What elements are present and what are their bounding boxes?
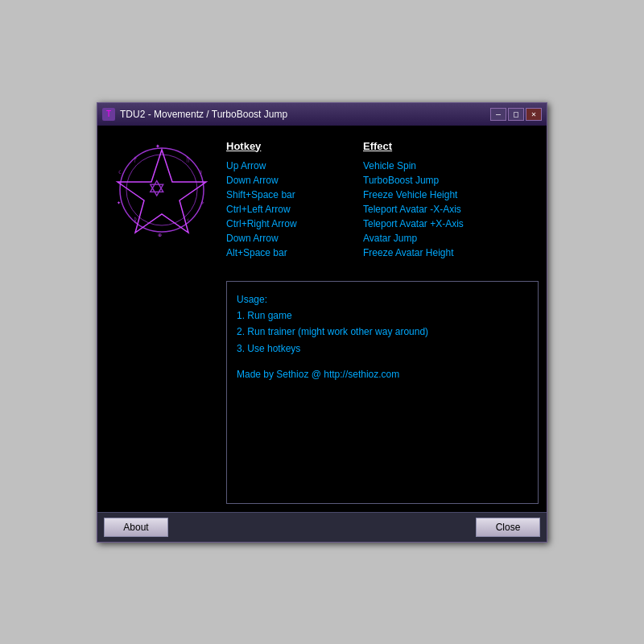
- effect-7: Freeze Avatar Height: [363, 247, 454, 258]
- effect-column-header: Effect: [363, 140, 392, 152]
- content-area: ✦ ☽ ✧ ⊕ ✦ ☾ ✡ ᚠ ᚢ ᚱ ᚲ Hotkey Effect: [97, 126, 547, 512]
- svg-text:✧: ✧: [200, 200, 204, 205]
- table-row: Ctrl+Right Arrow Teleport Avatar +X-Axis: [226, 218, 539, 229]
- footer: About Close: [97, 512, 547, 542]
- hotkey-column-header: Hotkey: [226, 140, 363, 152]
- table-header: Hotkey Effect: [226, 140, 539, 152]
- maximize-button[interactable]: □: [508, 108, 524, 121]
- svg-text:ᚠ: ᚠ: [134, 156, 138, 163]
- usage-step-2: 2. Run trainer (might work other way aro…: [237, 326, 428, 337]
- table-row: Alt+Space bar Freeze Avatar Height: [226, 247, 539, 258]
- svg-text:☾: ☾: [118, 170, 122, 175]
- svg-text:✦: ✦: [117, 200, 121, 205]
- hotkey-6: Down Arrow: [226, 233, 363, 244]
- usage-text: Usage: 1. Run game 2. Run trainer (might…: [237, 291, 528, 383]
- close-title-button[interactable]: ✕: [526, 108, 542, 121]
- usage-box: Usage: 1. Run game 2. Run trainer (might…: [226, 281, 539, 504]
- hotkey-table: Hotkey Effect Up Arrow Vehicle Spin Down…: [226, 134, 539, 268]
- usage-step-3: 3. Use hotkeys: [237, 343, 300, 354]
- table-row: Down Arrow Avatar Jump: [226, 233, 539, 244]
- main-window: T TDU2 - Movementz / TurboBoost Jump — □…: [97, 102, 547, 543]
- title-bar: T TDU2 - Movementz / TurboBoost Jump — □…: [97, 103, 547, 126]
- svg-text:✡: ✡: [147, 176, 166, 201]
- about-button[interactable]: About: [104, 518, 168, 537]
- svg-text:ᚱ: ᚱ: [134, 217, 138, 224]
- hotkey-4: Ctrl+Left Arrow: [226, 204, 363, 215]
- table-row: Shift+Space bar Freeze Vehicle Height: [226, 189, 539, 200]
- hotkey-3: Shift+Space bar: [226, 189, 363, 200]
- close-button[interactable]: Close: [476, 518, 540, 537]
- app-icon: T: [102, 108, 115, 121]
- credits-text: Made by Sethioz @ http://sethioz.com: [237, 366, 528, 382]
- svg-text:ᚢ: ᚢ: [186, 156, 190, 163]
- logo-panel: ✦ ☽ ✧ ⊕ ✦ ☾ ✡ ᚠ ᚢ ᚱ ᚲ: [105, 134, 218, 504]
- usage-step-1: 1. Run game: [237, 310, 292, 321]
- effect-3: Freeze Vehicle Height: [363, 189, 457, 200]
- main-panel: Hotkey Effect Up Arrow Vehicle Spin Down…: [226, 134, 539, 504]
- title-bar-buttons: — □ ✕: [490, 108, 542, 121]
- effect-1: Vehicle Spin: [363, 160, 416, 171]
- minimize-button[interactable]: —: [490, 108, 506, 121]
- hotkey-2: Down Arrow: [226, 175, 363, 186]
- effect-6: Avatar Jump: [363, 233, 417, 244]
- usage-title: Usage:: [237, 294, 267, 305]
- hotkey-5: Ctrl+Right Arrow: [226, 218, 363, 229]
- svg-text:ᚲ: ᚲ: [186, 217, 190, 224]
- effect-5: Teleport Avatar +X-Axis: [363, 218, 464, 229]
- table-row: Down Arrow TurboBoost Jump: [226, 175, 539, 186]
- table-row: Ctrl+Left Arrow Teleport Avatar -X-Axis: [226, 204, 539, 215]
- svg-text:☽: ☽: [198, 170, 202, 175]
- hotkey-1: Up Arrow: [226, 160, 363, 171]
- svg-text:✦: ✦: [155, 143, 160, 150]
- hotkey-7: Alt+Space bar: [226, 247, 363, 258]
- window-title: TDU2 - Movementz / TurboBoost Jump: [120, 109, 490, 120]
- svg-text:⊕: ⊕: [158, 233, 162, 237]
- pentagram-logo: ✦ ☽ ✧ ⊕ ✦ ☾ ✡ ᚠ ᚢ ᚱ ᚲ: [114, 142, 210, 238]
- effect-4: Teleport Avatar -X-Axis: [363, 204, 461, 215]
- effect-2: TurboBoost Jump: [363, 175, 439, 186]
- table-row: Up Arrow Vehicle Spin: [226, 160, 539, 171]
